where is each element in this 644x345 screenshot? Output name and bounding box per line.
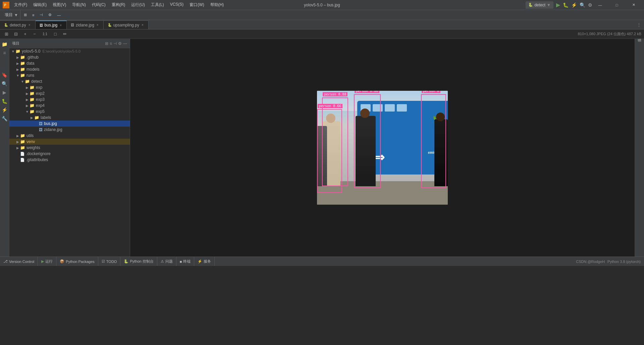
settings-icon[interactable]: ⚙ (588, 2, 592, 8)
project-dropdown[interactable]: ▼ (14, 13, 18, 17)
tree-data[interactable]: ▶ 📁 data (9, 60, 130, 66)
menu-nav[interactable]: 导航(N) (69, 1, 89, 8)
tree-weights[interactable]: ▶ 📁 weights (9, 145, 130, 151)
tab-upsampling-py[interactable]: 🐍 upsampling.py × (104, 20, 149, 29)
sidebar-collapse[interactable]: ≡ (110, 41, 112, 46)
structure-icon[interactable]: ≡ (1, 49, 9, 57)
tree-gitattributes[interactable]: 📄 .gitattributes (9, 157, 130, 163)
tree-zidane-jpg[interactable]: 🖼 zidane.jpg (9, 127, 130, 133)
status-python-console[interactable]: 🐍 Python 控制台 (120, 257, 157, 266)
bookmarks-icon[interactable]: 🔖 (1, 71, 9, 79)
menu-view[interactable]: 视图(V) (50, 1, 69, 8)
right-sidebar-icons: 书签 翻译 (635, 39, 644, 257)
sidebar-settings[interactable]: ⚙ (118, 41, 122, 46)
bus-image-container: ⟹ cero emisiones 🌿 (317, 91, 448, 205)
status-version-control[interactable]: ⎇ Version Control (0, 257, 38, 266)
tab-detect-py[interactable]: 🐍 detect.py × (0, 20, 36, 29)
service-icon: ⚡ (198, 259, 202, 264)
minimize-btn[interactable]: — (592, 0, 608, 10)
menu-vcs[interactable]: VCS(S) (167, 1, 186, 8)
status-todo[interactable]: ☑ TODO (98, 257, 121, 266)
left-sidebar-icons: 📁 ≡ 🔖 🔍 ▶ 🐛 ⚡ 🔧 (0, 39, 9, 257)
coverage-btn[interactable]: ⚡ (571, 2, 577, 8)
project-view-icon[interactable]: 📁 (1, 40, 9, 48)
status-python-packages[interactable]: 📦 Python Packages (56, 257, 98, 266)
toolbar-minimize[interactable]: — (55, 12, 63, 18)
menu-refactor[interactable]: 重构(R) (109, 1, 128, 8)
img-zoom-in[interactable]: + (21, 30, 29, 38)
menu-tools[interactable]: 工具(L) (148, 1, 167, 8)
tree-exp4[interactable]: ▶ 📁 exp4 (9, 102, 130, 109)
img-fit-all[interactable]: ⊞ (3, 30, 10, 38)
sidebar-close[interactable]: — (123, 41, 127, 46)
menu-file[interactable]: 文件(F) (11, 1, 30, 8)
search-icon[interactable]: 🔍 (580, 2, 585, 8)
right-trans[interactable]: 翻译 (636, 44, 643, 46)
tree-models[interactable]: ▶ 📁 models (9, 66, 130, 72)
debug-btn[interactable]: 🐛 (563, 2, 569, 8)
run-side-icon[interactable]: ▶ (1, 88, 9, 96)
tree-exp2[interactable]: ▶ 📁 exp2 (9, 90, 130, 96)
toolbar-list[interactable]: ≡ (30, 12, 36, 18)
image-info: 810×1,080 JPEG (24 位颜色) 487.2 kB (578, 31, 641, 37)
tool-icon[interactable]: 🔧 (1, 115, 9, 123)
menu-help[interactable]: 帮助(H) (208, 1, 227, 8)
run-btn[interactable]: ▶ (556, 2, 560, 8)
middle-area: 📁 ≡ 🔖 🔍 ▶ 🐛 ⚡ 🔧 项目 ⊞ ≡ ⊣ ⚙ — ▼ 📁 (0, 39, 644, 257)
tab-close-zidane[interactable]: × (96, 23, 99, 27)
status-service[interactable]: ⚡ 服务 (194, 257, 215, 266)
maximize-btn[interactable]: □ (609, 0, 625, 10)
app-icon: P (3, 2, 9, 8)
tab-close-upsampling[interactable]: × (141, 23, 144, 27)
status-terminal[interactable]: ■ 终端 (176, 257, 195, 266)
menu-edit[interactable]: 编辑(E) (31, 1, 49, 8)
tree-exp3[interactable]: ▶ 📁 exp3 (9, 96, 130, 102)
tree-dockerignore[interactable]: 📄 .dockerignore (9, 151, 130, 157)
toolbar-add[interactable]: ⊞ (22, 12, 29, 18)
right-bookmarks[interactable]: 书签 (636, 40, 643, 43)
img-actual-size[interactable]: 1:1 (40, 30, 50, 38)
tab-close-bus[interactable]: × (59, 23, 62, 27)
bus-window (373, 104, 383, 112)
tree-runs[interactable]: ▼ 📁 runs (9, 72, 130, 78)
status-encoding: CSDN @RodgeH (576, 260, 605, 264)
menu-run[interactable]: 运行(U) (128, 1, 148, 8)
window-title: yolov5-5.0 – bus.jpg (304, 3, 340, 7)
tab-more-btn[interactable]: ⋮ (634, 20, 644, 29)
menu-window[interactable]: 窗口(W) (187, 1, 207, 8)
sidebar-sync[interactable]: ⊞ (105, 41, 108, 46)
image-preview: ⟹ cero emisiones 🌿 (130, 39, 635, 257)
menu-code[interactable]: 代码(C) (89, 1, 108, 8)
tree-detect[interactable]: ▼ 📁 detect (9, 78, 130, 84)
tree-utils[interactable]: ▶ 📁 utils (9, 133, 130, 139)
tree-bus-jpg[interactable]: 🖼 bus.jpg (9, 121, 130, 127)
img-edit[interactable]: ✏ (61, 30, 68, 38)
status-issues[interactable]: ⚠ 问题 (157, 257, 176, 266)
version-control-icon: ⎇ (3, 259, 8, 264)
tree-exp[interactable]: ▶ 📁 exp (9, 84, 130, 90)
profile-icon[interactable]: ⚡ (1, 106, 9, 114)
bus-window (397, 104, 407, 112)
toolbar-settings[interactable]: ⚙ (46, 12, 54, 18)
img-zoom-out[interactable]: − (31, 30, 38, 38)
sidebar-title: 项目 (12, 41, 104, 46)
tree-venv[interactable]: ▶ 📁 venv (9, 139, 130, 145)
tree-github[interactable]: ▶ 📁 .github (9, 54, 130, 60)
person3-body (317, 126, 327, 186)
status-run[interactable]: ▶ 运行 (38, 257, 56, 266)
toolbar-split[interactable]: ⊣ (38, 12, 45, 18)
debug-side-icon[interactable]: 🐛 (1, 97, 9, 105)
tab-bus-jpg[interactable]: 🖼 bus.jpg × (36, 20, 67, 29)
tab-close-detect[interactable]: × (28, 23, 31, 27)
close-btn[interactable]: ✕ (626, 0, 641, 10)
sidebar-expand[interactable]: ⊣ (113, 41, 117, 46)
img-fit-width[interactable]: ⊟ (12, 30, 19, 38)
tree-labels[interactable]: ▶ 📁 labels (9, 115, 130, 121)
find-icon[interactable]: 🔍 (1, 80, 9, 88)
img-fit-window[interactable]: □ (52, 30, 59, 38)
tab-zidane-jpg[interactable]: 🖼 zidane.jpg × (67, 20, 104, 29)
tree-root[interactable]: ▼ 📁 yolov5-5.0 E:\work\yolo\yolov5-5.0 (9, 48, 130, 54)
run-config-btn[interactable]: 🐍 detect ▼ (526, 1, 553, 9)
status-python: Python 3.8 (pytorch) (607, 260, 641, 264)
tree-exp5[interactable]: ▼ 📁 exp5 (9, 109, 130, 115)
